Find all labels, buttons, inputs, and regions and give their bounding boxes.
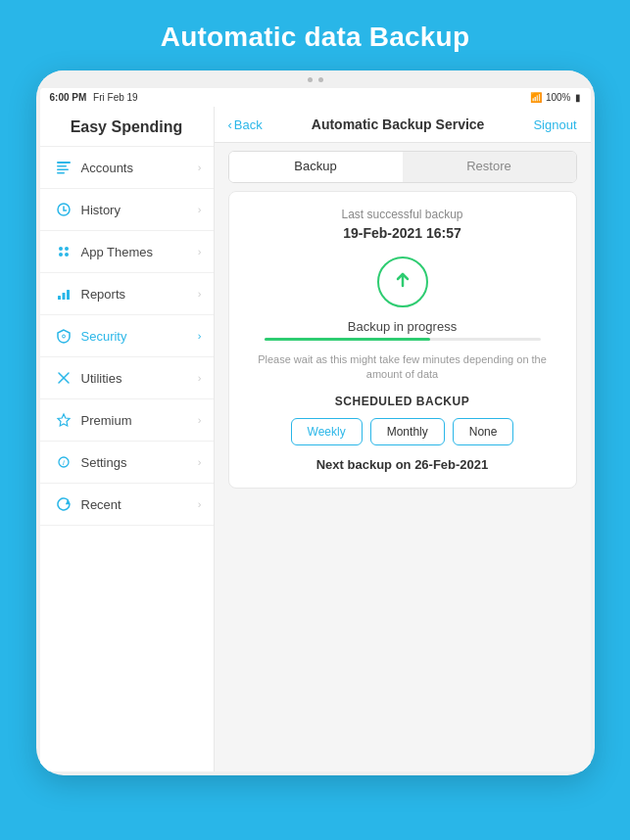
svg-rect-0 <box>57 162 71 163</box>
tablet-dot-1 <box>308 77 313 82</box>
svg-rect-10 <box>62 293 65 300</box>
settings-chevron: › <box>198 456 202 468</box>
sidebar-item-accounts[interactable]: Accounts › <box>40 147 214 189</box>
utilities-chevron: › <box>198 372 202 384</box>
last-backup-date: 19-Feb-2021 16:57 <box>245 225 560 241</box>
premium-label: Premium <box>81 413 190 428</box>
schedule-weekly-button[interactable]: Weekly <box>291 418 363 445</box>
sidebar-items: Accounts › History › <box>40 147 214 771</box>
upload-arrow-icon <box>391 268 414 296</box>
svg-rect-9 <box>58 296 61 300</box>
main-layout: Easy Spending Accounts <box>40 107 591 771</box>
svg-point-8 <box>65 253 69 257</box>
schedule-monthly-button[interactable]: Monthly <box>370 418 445 445</box>
svg-rect-2 <box>57 169 69 171</box>
status-time-group: 6:00 PM Fri Feb 19 <box>50 92 138 103</box>
app-themes-icon <box>54 242 73 261</box>
history-label: History <box>81 203 190 217</box>
battery-label: 100% <box>546 92 571 103</box>
recent-label: Recent <box>81 497 190 512</box>
signout-button[interactable]: Signout <box>533 117 576 132</box>
svg-point-12 <box>62 335 65 338</box>
svg-rect-1 <box>57 165 67 167</box>
svg-point-7 <box>59 253 63 257</box>
progress-bar-container <box>265 338 541 341</box>
schedule-buttons: Weekly Monthly None <box>245 418 560 445</box>
sidebar-item-premium[interactable]: Premium › <box>40 399 214 442</box>
last-backup-label: Last successful backup <box>245 208 560 221</box>
back-button[interactable]: ‹ Back <box>228 117 263 132</box>
tablet-dot-2 <box>318 77 323 82</box>
status-time: 6:00 PM <box>50 92 87 103</box>
tablet-dots <box>36 70 595 88</box>
premium-chevron: › <box>198 414 202 426</box>
sidebar-item-reports[interactable]: Reports › <box>40 273 214 315</box>
settings-label: Settings <box>81 455 190 470</box>
svg-text:i: i <box>63 458 65 467</box>
wifi-icon: 📶 <box>530 92 542 103</box>
premium-icon <box>54 410 73 430</box>
status-date: Fri Feb 19 <box>93 92 138 103</box>
sidebar-item-recent[interactable]: Recent › <box>40 484 214 526</box>
back-chevron-icon: ‹ <box>228 117 232 132</box>
app-name: Easy Spending <box>40 107 214 147</box>
svg-point-6 <box>65 247 69 251</box>
content-area: ‹ Back Automatic Backup Service Signout … <box>215 107 591 771</box>
status-bar: 6:00 PM Fri Feb 19 📶 100% ▮ <box>40 88 591 107</box>
backup-wait-text: Please wait as this might take few minut… <box>245 352 560 383</box>
battery-icon: ▮ <box>575 92 581 103</box>
tab-bar: Backup Restore <box>228 151 577 183</box>
scheduled-backup-title: SCHEDULED BACKUP <box>245 395 560 408</box>
svg-point-5 <box>59 247 63 251</box>
schedule-none-button[interactable]: None <box>453 418 514 445</box>
recent-chevron: › <box>198 498 202 510</box>
app-themes-label: App Themes <box>81 245 190 259</box>
sidebar-item-utilities[interactable]: Utilities › <box>40 357 214 399</box>
sidebar: Easy Spending Accounts <box>40 107 215 771</box>
sidebar-item-history[interactable]: History › <box>40 189 214 231</box>
sidebar-item-security[interactable]: Security › <box>40 315 214 357</box>
reports-icon <box>54 284 73 303</box>
security-chevron: › <box>198 330 202 342</box>
backup-in-progress-text: Backup in progress <box>245 319 560 334</box>
accounts-icon <box>54 158 73 177</box>
svg-rect-3 <box>57 172 65 174</box>
next-backup-text: Next backup on 26-Feb-2021 <box>245 457 560 472</box>
svg-rect-11 <box>67 290 70 300</box>
upload-icon-container <box>245 257 560 307</box>
tablet-device: 6:00 PM Fri Feb 19 📶 100% ▮ Easy Spendin… <box>36 70 595 775</box>
settings-icon: i <box>54 452 73 472</box>
security-icon <box>54 326 73 346</box>
security-label: Security <box>81 329 190 344</box>
tab-restore[interactable]: Restore <box>403 152 576 182</box>
utilities-icon <box>54 368 73 388</box>
top-nav: ‹ Back Automatic Backup Service Signout <box>215 107 591 143</box>
backup-card: Last successful backup 19-Feb-2021 16:57 <box>228 191 577 489</box>
app-themes-chevron: › <box>198 246 202 257</box>
page-title: Automatic data Backup <box>161 0 469 70</box>
accounts-chevron: › <box>198 162 202 173</box>
tablet-screen: 6:00 PM Fri Feb 19 📶 100% ▮ Easy Spendin… <box>40 88 591 771</box>
reports-label: Reports <box>81 287 190 302</box>
accounts-label: Accounts <box>81 161 190 175</box>
recent-icon <box>54 494 73 514</box>
progress-bar-fill <box>265 338 430 341</box>
status-right: 📶 100% ▮ <box>530 92 581 103</box>
tab-backup[interactable]: Backup <box>229 152 403 182</box>
svg-marker-15 <box>58 414 70 426</box>
sidebar-item-app-themes[interactable]: App Themes › <box>40 231 214 273</box>
sidebar-item-settings[interactable]: i Settings › <box>40 442 214 484</box>
history-chevron: › <box>198 204 202 215</box>
nav-title: Automatic Backup Service <box>270 117 526 132</box>
back-label: Back <box>234 117 263 132</box>
history-icon <box>54 200 73 219</box>
upload-circle <box>377 257 428 307</box>
reports-chevron: › <box>198 288 202 300</box>
utilities-label: Utilities <box>81 371 190 386</box>
